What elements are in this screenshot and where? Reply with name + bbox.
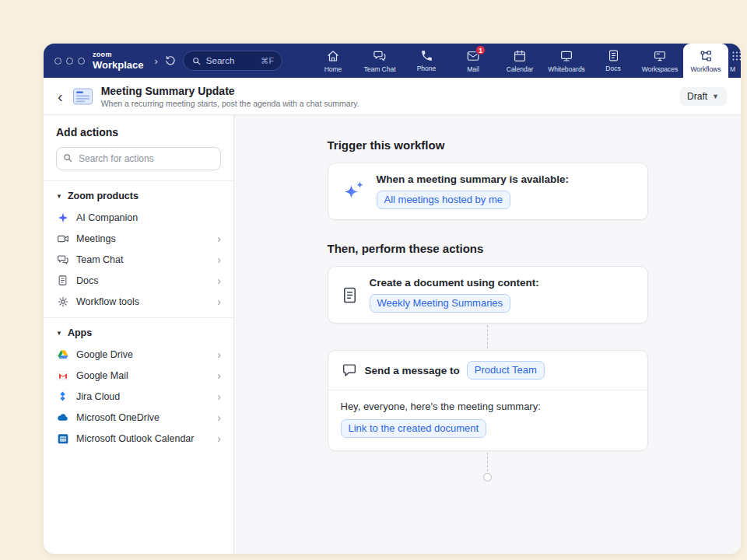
workflow-header: ‹ Meeting Summary Update When a recurrin… [44,78,741,115]
workflow-subtitle: When a recurring meeting starts, post th… [101,99,359,108]
search-shortcut: ⌘F [261,56,274,65]
message-body-text: Hey, everyone, here's the meeting summar… [341,401,635,412]
triangle-down-icon: ▼ [56,330,62,337]
workflow-thumbnail-icon [72,87,93,106]
sidebar-item-microsoft-onedrive[interactable]: Microsoft OneDrive › [44,407,233,428]
nav-item-docs[interactable]: Docs [590,44,637,78]
logo-brand: zoom [93,51,144,58]
nav-item-mail[interactable]: 1 Mail [450,44,496,78]
docs-icon [56,274,69,287]
chevron-right-icon: › [217,412,221,423]
workflow-title: Meeting Summary Update [101,85,359,97]
gmail-icon [56,369,69,382]
chevron-right-icon: › [217,254,221,265]
nav-item-home[interactable]: Home [310,44,356,78]
window-control-dot[interactable] [54,58,61,65]
sidebar-item-jira-cloud[interactable]: Jira Cloud › [44,386,233,407]
calendar-icon [513,49,527,63]
trigger-card[interactable]: When a meeting summary is available: All… [328,163,648,220]
more-apps-icon [730,49,741,63]
meetings-icon [56,232,69,245]
actions-sidebar: Add actions ▼ Zoom products [44,115,234,554]
sidebar-item-google-drive[interactable]: Google Drive › [44,344,233,365]
google-drive-icon [56,348,69,361]
nav-item-workspaces[interactable]: Workspaces [637,44,683,78]
add-step-node[interactable] [483,473,492,481]
onedrive-icon [56,411,69,424]
back-icon[interactable]: ‹ [58,89,63,104]
create-document-card[interactable]: Create a document using content: Weekly … [328,266,648,324]
section-header-zoom-products[interactable]: ▼ Zoom products [44,188,233,207]
sidebar-item-team-chat[interactable]: Team Chat › [44,249,233,270]
sidebar-item-meetings[interactable]: Meetings › [44,228,233,249]
chevron-down-icon: ▼ [712,93,719,100]
chevron-right-icon: › [217,433,221,444]
send-message-card[interactable]: Send a message to Product Team Hey, ever… [328,350,648,451]
zoom-workplace-logo: zoom Workplace [93,51,144,70]
nav-item-workflows[interactable]: Workflows [683,44,728,78]
sidebar-item-workflow-tools[interactable]: Workflow tools › [44,291,233,312]
send-message-text: Send a message to [365,365,460,376]
trigger-text: When a meeting summary is available: [377,173,570,185]
workflows-icon [699,49,713,63]
team-chat-icon [56,253,69,266]
window-controls[interactable] [44,58,93,65]
chevron-right-icon: › [217,275,221,286]
history-icon[interactable] [164,54,177,67]
chevron-right-icon: › [217,296,221,307]
mail-unread-badge: 1 [475,45,486,55]
search-icon [62,152,73,166]
search-icon [191,56,202,66]
dashed-connector [487,453,488,471]
trigger-heading: Trigger this workflow [328,138,648,152]
message-link-tag[interactable]: Link to the created document [341,419,487,438]
status-badge: Draft [687,91,707,102]
workflow-canvas: Trigger this workflow When a meeting sum… [234,115,741,554]
document-content-tag[interactable]: Weekly Meeting Summaries [370,294,511,313]
gear-icon [56,295,69,308]
phone-icon [420,49,433,62]
actions-heading: Then, perform these actions [328,242,648,255]
nav-item-more-clipped[interactable]: M [728,44,741,78]
window-control-dot[interactable] [66,58,73,65]
home-icon [326,49,340,63]
sidebar-item-docs[interactable]: Docs › [44,270,233,291]
nav-items: Home Team Chat Phone 1 Mail Calend [310,44,741,78]
triangle-down-icon: ▼ [56,193,62,200]
nav-item-whiteboards[interactable]: Whiteboards [543,44,590,78]
sidebar-item-microsoft-outlook-calendar[interactable]: Microsoft Outlook Calendar › [44,428,233,449]
ai-companion-icon [56,211,69,224]
sidebar-item-ai-companion[interactable]: AI Companion [44,207,233,228]
nav-expand-chevron-icon[interactable]: › [150,55,163,67]
chevron-right-icon: › [217,370,221,381]
message-recipient-tag[interactable]: Product Team [467,361,545,380]
status-dropdown[interactable]: Draft ▼ [679,87,727,106]
whiteboards-icon [559,49,573,63]
actions-search-input[interactable] [56,147,221,170]
team-chat-icon [373,49,387,63]
create-document-text: Create a document using content: [370,277,539,289]
nav-item-phone[interactable]: Phone [403,44,450,78]
workspaces-icon [653,49,667,63]
sidebar-item-google-mail[interactable]: Google Mail › [44,365,233,386]
section-header-apps[interactable]: ▼ Apps [44,325,233,344]
search-label: Search [206,56,234,65]
window-control-dot[interactable] [78,58,85,65]
chat-bubble-icon [341,362,358,379]
global-search[interactable]: Search ⌘F [183,51,282,71]
trigger-scope-tag[interactable]: All meetings hosted by me [377,191,510,209]
page-background: zoom Workplace › Search ⌘F Home Team Cha [0,0,747,560]
jira-icon [56,390,69,403]
nav-item-calendar[interactable]: Calendar [496,44,543,78]
app-window: zoom Workplace › Search ⌘F Home Team Cha [44,44,741,554]
chevron-right-icon: › [217,233,221,244]
section-zoom-products: ▼ Zoom products AI Companion Meetings [44,180,233,317]
chevron-right-icon: › [217,349,221,360]
section-apps: ▼ Apps Google Drive › Goog [44,317,233,454]
nav-item-team-chat[interactable]: Team Chat [356,44,403,78]
logo-product: Workplace [93,60,144,70]
docs-icon [607,49,620,62]
top-nav: zoom Workplace › Search ⌘F Home Team Cha [44,44,741,78]
dashed-connector [487,325,488,348]
document-icon [341,286,359,304]
